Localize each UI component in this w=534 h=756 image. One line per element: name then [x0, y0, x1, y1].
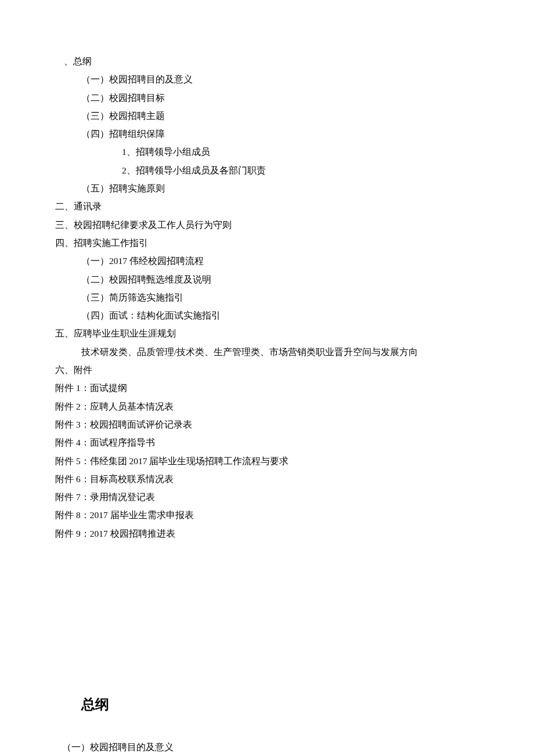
toc-subitem: 1、招聘领导小组成员	[122, 143, 479, 161]
toc-item: （四）招聘组织保障	[81, 125, 479, 143]
toc-item: （一）校园招聘目的及意义	[81, 70, 479, 88]
toc-attachment: 附件 4：面试程序指导书	[55, 433, 479, 451]
toc-item-desc: 技术研发类、品质管理/技术类、生产管理类、市场营销类职业晋升空间与发展方向	[81, 343, 479, 361]
toc-attachment: 附件 2：应聘人员基本情况表	[55, 397, 479, 415]
subsection-heading: （一）校园招聘目的及意义	[62, 738, 479, 756]
toc-item: （二）校园招聘目标	[81, 89, 479, 107]
toc-section-4: 四、招聘实施工作指引	[55, 234, 479, 252]
toc-attachment: 附件 6：目标高校联系情况表	[55, 470, 479, 488]
toc-section-3: 三、校园招聘纪律要求及工作人员行为守则	[55, 216, 479, 234]
toc-attachment: 附件 3：校园招聘面试评价记录表	[55, 415, 479, 433]
toc-item: （四）面试：结构化面试实施指引	[81, 306, 479, 324]
toc-item: （二）校园招聘甄选维度及说明	[81, 270, 479, 288]
toc-attachment: 附件 5：伟经集团 2017 届毕业生现场招聘工作流程与要求	[55, 452, 479, 470]
section-title-zonggang: 总纲	[81, 690, 479, 718]
toc-item: （一）2017 伟经校园招聘流程	[81, 252, 479, 270]
toc-attachment: 附件 7：录用情况登记表	[55, 488, 479, 506]
toc-attachment: 附件 9：2017 校园招聘推进表	[55, 525, 479, 542]
toc-item: （三）校园招聘主题	[81, 107, 479, 125]
toc-attachment: 附件 8：2017 届毕业生需求申报表	[55, 506, 479, 524]
toc-item: （五）招聘实施原则	[81, 179, 479, 197]
toc-item: （三）简历筛选实施指引	[81, 288, 479, 306]
toc-section-2: 二、通讯录	[55, 197, 479, 215]
toc-subitem: 2、招聘领导小组成员及各部门职责	[122, 161, 479, 179]
toc-section-5: 五、应聘毕业生职业生涯规划	[55, 324, 479, 342]
toc-section-1: 、总纲	[64, 52, 479, 70]
toc-attachment: 附件 1：面试提纲	[55, 379, 479, 397]
page-spacer	[55, 542, 479, 690]
toc-section-6: 六、附件	[55, 361, 479, 379]
